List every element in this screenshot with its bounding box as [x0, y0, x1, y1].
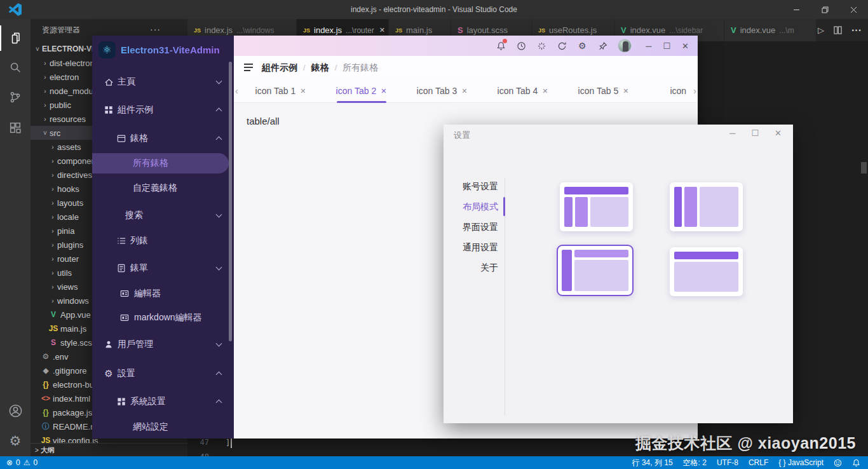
app-tab[interactable]: icon Tab 2✕ [321, 79, 402, 103]
app-tab[interactable]: icon Tab 3✕ [402, 79, 482, 103]
encoding[interactable]: UTF-8 [717, 458, 738, 467]
source-control-icon[interactable] [0, 85, 31, 110]
sidebar-item-12[interactable]: ⚙設置 [92, 364, 234, 384]
app-tab[interactable]: icon Ta [644, 79, 689, 103]
tree-item-label: router [57, 254, 79, 264]
dialog-menu-布局模式[interactable]: 布局模式 [450, 197, 498, 217]
warning-count[interactable]: 0 [34, 458, 38, 467]
dialog-menu-通用设置[interactable]: 通用设置 [450, 238, 498, 258]
search-icon[interactable] [0, 55, 31, 80]
sidebar-item-1[interactable]: 主頁 [92, 72, 234, 92]
errors-icon[interactable]: ⊗ [6, 458, 13, 467]
dialog-close-button[interactable]: ✕ [775, 128, 782, 138]
clock-icon[interactable] [516, 41, 526, 51]
sidebar-item-3[interactable]: 錶格 [92, 128, 234, 149]
app-minimize-button[interactable]: ─ [646, 41, 651, 51]
sidebar-item-8[interactable]: 錶單 [92, 258, 234, 278]
dialog-minimize-button[interactable]: ─ [729, 128, 735, 138]
settings-gear-icon[interactable]: ⚙ [0, 428, 31, 454]
hamburger-menu-icon[interactable] [244, 64, 253, 71]
cursor-position[interactable]: 行 34, 列 15 [632, 458, 673, 468]
minimize-button[interactable] [782, 0, 811, 19]
dialog-menu-账号设置[interactable]: 账号设置 [450, 177, 498, 197]
app-titlebar: ⚙ ─ ☐ ✕ [234, 36, 698, 56]
language-mode[interactable]: { } JavaScript [778, 458, 824, 467]
editor-tab[interactable]: Vindex.vue...\m [724, 19, 817, 41]
editor-scrollbar-thumb[interactable] [861, 162, 867, 173]
restore-button[interactable] [811, 0, 839, 19]
breadcrumb-item[interactable]: 所有錶格 [342, 62, 378, 72]
js-file-icon: JS [395, 27, 402, 34]
tab-close-icon[interactable]: ✕ [381, 87, 386, 95]
gear-icon[interactable]: ⚙ [577, 41, 587, 51]
sidebar-item-9[interactable]: 編輯器 [92, 283, 234, 304]
close-button[interactable] [839, 0, 868, 19]
sidebar-item-2[interactable]: 組件示例 [92, 100, 234, 120]
notifications-bell-icon[interactable] [852, 459, 860, 467]
app-tab[interactable]: icon Tab 1✕ [240, 79, 321, 103]
account-icon[interactable] [0, 398, 31, 423]
warnings-icon[interactable]: ⚠ [24, 458, 31, 467]
outline-section[interactable]: > 大纲 [31, 443, 187, 456]
explorer-icon[interactable] [0, 25, 31, 51]
tree-item-label: electron [50, 72, 79, 82]
user-avatar[interactable] [618, 39, 632, 53]
app-tab[interactable]: icon Tab 4✕ [482, 79, 563, 103]
indentation[interactable]: 空格: 2 [683, 458, 707, 468]
chevron-right-icon: › [48, 297, 57, 304]
status-bar: ⊗ 0 ⚠ 0 行 34, 列 15 空格: 2 UTF-8 CRLF { } … [0, 456, 868, 469]
tab-close-icon[interactable]: ✕ [461, 87, 467, 95]
bell-icon[interactable] [496, 41, 506, 51]
layout-option-double-column[interactable] [670, 182, 743, 231]
tab-close-icon[interactable]: ✕ [379, 26, 385, 34]
feedback-icon[interactable] [834, 459, 842, 467]
error-count[interactable]: 0 [16, 458, 20, 467]
sidebar-item-14[interactable]: 網站設定 [92, 417, 234, 437]
breadcrumb-item[interactable]: 組件示例 [262, 62, 297, 72]
refresh-icon[interactable] [557, 41, 567, 51]
braces2-file-icon: {} [41, 408, 51, 417]
app-maximize-button[interactable]: ☐ [663, 41, 670, 51]
app-close-button[interactable]: ✕ [682, 41, 689, 51]
tabs-scroll-left-icon[interactable]: ‹ [235, 79, 238, 103]
more-actions-icon[interactable]: ··· [851, 25, 862, 36]
dialog-menu-界面设置[interactable]: 界面设置 [450, 217, 498, 238]
tab-close-icon[interactable]: ✕ [623, 87, 628, 95]
extensions-icon[interactable] [0, 115, 31, 140]
home-icon [104, 77, 114, 87]
active-menu-indicator [503, 197, 505, 216]
sidebar-item-5[interactable]: 自定義錶格 [92, 178, 234, 198]
chevron-right-icon: › [41, 60, 50, 67]
sidebar-item-10[interactable]: markdown編輯器 [92, 308, 234, 328]
tab-close-icon[interactable]: ✕ [542, 87, 548, 95]
settings-dialog: 设置 ─ ☐ ✕ 账号设置布局模式界面设置通用设置关于 [444, 125, 793, 423]
sidebar-item-4[interactable]: 所有錶格 [92, 153, 229, 173]
sidebar-item-7[interactable]: 列錶 [92, 231, 234, 251]
sidebar-item-6[interactable]: 搜索 [92, 205, 234, 226]
layout-option-top-mix[interactable] [560, 182, 633, 231]
app-tab[interactable]: icon Tab 5✕ [563, 79, 644, 103]
sidebar-item-11[interactable]: 用戶管理 [92, 334, 234, 355]
pin-icon[interactable] [597, 41, 607, 51]
vscode-titlebar: index.js - electron-viteadmin - Visual S… [0, 0, 868, 19]
dialog-maximize-button[interactable]: ☐ [751, 128, 759, 138]
split-editor-icon[interactable] [834, 26, 842, 34]
breadcrumb-item[interactable]: 錶格 [311, 62, 329, 72]
vue-file-icon: V [731, 25, 736, 35]
sidebar-scrollbar-thumb[interactable] [229, 62, 232, 341]
tabs-scroll-right-icon[interactable]: › [693, 79, 696, 103]
git-file-icon: ◆ [41, 366, 51, 375]
layout-option-sidebar[interactable] [557, 245, 634, 296]
tab-close-icon[interactable]: ✕ [300, 87, 306, 95]
dialog-menu-关于[interactable]: 关于 [450, 258, 498, 278]
run-icon[interactable]: ▷ [818, 25, 824, 35]
tree-item-label: .env [53, 352, 69, 362]
eol-sequence[interactable]: CRLF [749, 458, 768, 467]
tab-label: index.vue [630, 25, 666, 35]
form-icon [116, 263, 126, 273]
app-tab-label: icon Tab 3 [417, 86, 458, 96]
sparkle-icon[interactable] [536, 41, 546, 51]
explorer-more-actions[interactable]: ··· [150, 24, 161, 34]
layout-option-top-bar[interactable] [670, 247, 743, 296]
sidebar-item-13[interactable]: 系統設置 [92, 391, 234, 412]
